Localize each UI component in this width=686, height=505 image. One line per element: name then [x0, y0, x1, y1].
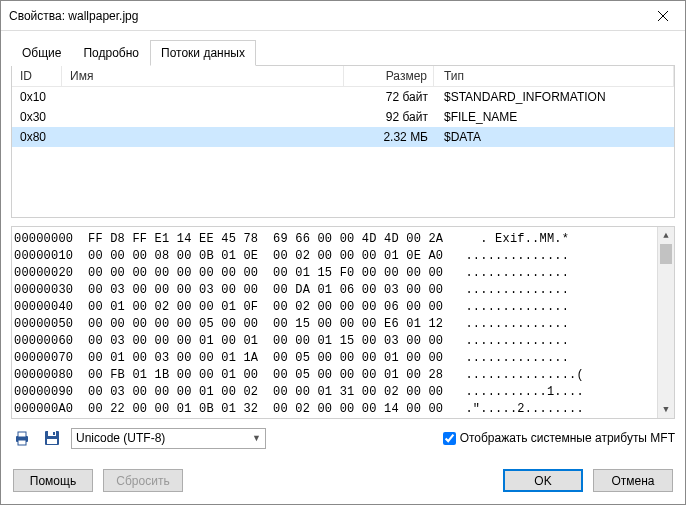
tab-details[interactable]: Подробно	[72, 40, 150, 66]
cell-type: $FILE_NAME	[434, 107, 674, 127]
scrollbar[interactable]: ▲ ▼	[657, 227, 674, 418]
table-body: 0x10 72 байт $STANDARD_INFORMATION 0x30 …	[12, 87, 674, 217]
properties-dialog: Свойства: wallpaper.jpg Общие Подробно П…	[0, 0, 686, 505]
table-empty-space	[12, 147, 674, 217]
header-size[interactable]: Размер	[344, 66, 434, 86]
mft-checkbox-input[interactable]	[443, 432, 456, 445]
encoding-select[interactable]: Unicode (UTF-8) ▼	[71, 428, 266, 449]
table-header: ID Имя Размер Тип	[12, 66, 674, 87]
scroll-up-icon[interactable]: ▲	[658, 227, 674, 244]
close-icon	[658, 11, 668, 21]
cell-id: 0x10	[12, 87, 62, 107]
svg-rect-5	[47, 439, 57, 444]
svg-rect-2	[18, 440, 26, 445]
hex-viewer: 00000000 FF D8 FF E1 14 EE 45 78 69 66 0…	[11, 226, 675, 419]
mft-checkbox[interactable]: Отображать системные атрибуты MFT	[443, 431, 675, 445]
save-icon	[43, 429, 61, 447]
tab-general[interactable]: Общие	[11, 40, 72, 66]
scroll-track[interactable]	[658, 244, 674, 401]
help-button[interactable]: Помощь	[13, 469, 93, 492]
titlebar: Свойства: wallpaper.jpg	[1, 1, 685, 31]
cell-size: 92 байт	[344, 107, 434, 127]
streams-table: ID Имя Размер Тип 0x10 72 байт $STANDARD…	[11, 66, 675, 218]
hex-content[interactable]: 00000000 FF D8 FF E1 14 EE 45 78 69 66 0…	[12, 227, 657, 418]
table-row[interactable]: 0x80 2.32 МБ $DATA	[12, 127, 674, 147]
cell-name	[62, 127, 344, 147]
footer: Помощь Сбросить OK Отмена	[1, 459, 685, 504]
cell-type: $STANDARD_INFORMATION	[434, 87, 674, 107]
scroll-down-icon[interactable]: ▼	[658, 401, 674, 418]
cell-name	[62, 87, 344, 107]
window-title: Свойства: wallpaper.jpg	[9, 9, 640, 23]
save-button[interactable]	[41, 427, 63, 449]
svg-rect-6	[53, 432, 55, 435]
mft-checkbox-label: Отображать системные атрибуты MFT	[460, 431, 675, 445]
reset-button[interactable]: Сбросить	[103, 469, 183, 492]
chevron-down-icon: ▼	[252, 433, 261, 443]
cell-id: 0x30	[12, 107, 62, 127]
print-button[interactable]	[11, 427, 33, 449]
encoding-value: Unicode (UTF-8)	[76, 431, 165, 445]
table-row[interactable]: 0x30 92 байт $FILE_NAME	[12, 107, 674, 127]
ok-button[interactable]: OK	[503, 469, 583, 492]
cell-type: $DATA	[434, 127, 674, 147]
scroll-thumb[interactable]	[660, 244, 672, 264]
table-row[interactable]: 0x10 72 байт $STANDARD_INFORMATION	[12, 87, 674, 107]
svg-rect-1	[18, 432, 26, 437]
cell-id: 0x80	[12, 127, 62, 147]
header-type[interactable]: Тип	[434, 66, 674, 86]
cancel-button[interactable]: Отмена	[593, 469, 673, 492]
header-name[interactable]: Имя	[62, 66, 344, 86]
cell-size: 72 байт	[344, 87, 434, 107]
cell-name	[62, 107, 344, 127]
cell-size: 2.32 МБ	[344, 127, 434, 147]
content-area: Общие Подробно Потоки данных ID Имя Разм…	[1, 31, 685, 459]
tab-bar: Общие Подробно Потоки данных	[11, 39, 675, 66]
toolbar: Unicode (UTF-8) ▼ Отображать системные а…	[11, 427, 675, 449]
printer-icon	[13, 429, 31, 447]
tab-data-streams[interactable]: Потоки данных	[150, 40, 256, 66]
header-id[interactable]: ID	[12, 66, 62, 86]
close-button[interactable]	[640, 1, 685, 30]
